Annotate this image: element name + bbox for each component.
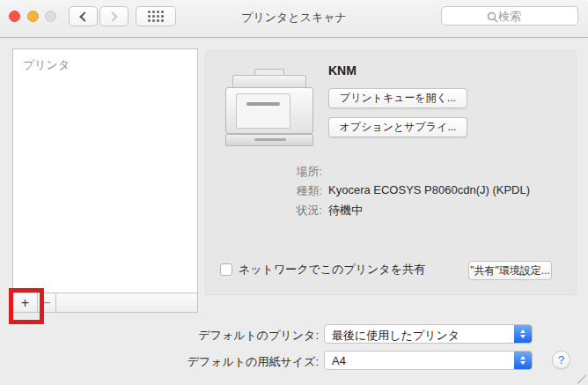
default-paper-size-label: デフォルトの用紙サイズ:	[187, 354, 319, 370]
options-supplies-button[interactable]: オプションとサプライ...	[328, 117, 467, 137]
resize-grip[interactable]	[577, 374, 586, 383]
open-print-queue-button[interactable]: プリントキューを開く...	[328, 88, 467, 108]
printer-detail-panel: KNM プリントキューを開く... オプションとサプライ... 場所: 種類: …	[205, 50, 577, 295]
show-all-button[interactable]	[136, 6, 176, 26]
toolbar: プリンタとスキャナ	[0, 0, 588, 38]
printer-name: KNM	[328, 63, 356, 78]
printer-image	[224, 67, 315, 148]
minimize-button[interactable]	[27, 11, 39, 22]
help-button[interactable]: ?	[552, 351, 570, 369]
default-paper-size-popup[interactable]: A4	[324, 351, 533, 370]
default-paper-size-value: A4	[332, 354, 346, 367]
close-button[interactable]	[9, 11, 20, 22]
search-field[interactable]	[441, 6, 578, 26]
share-printer-checkbox[interactable]	[220, 263, 232, 276]
grid-dots-icon	[148, 11, 164, 22]
search-icon	[487, 11, 498, 23]
default-printer-popup[interactable]: 最後に使用したプリンタ	[324, 324, 533, 344]
popup-stepper-icon	[514, 325, 532, 343]
zoom-button-disabled	[45, 11, 56, 22]
remove-printer-button[interactable]: −	[38, 293, 56, 312]
kind-value: Kyocera ECOSYS P8060cdn(J) (KPDL)	[328, 183, 530, 196]
share-printer-label: ネットワークでこのプリンタを共有	[239, 262, 425, 278]
search-input[interactable]	[442, 7, 577, 25]
status-label: 状況:	[206, 203, 322, 218]
default-printer-value: 最後に使用したプリンタ	[332, 328, 459, 344]
status-value: 待機中	[328, 203, 363, 218]
printer-list-header: プリンタ	[13, 49, 197, 73]
location-label: 場所:	[206, 164, 322, 180]
popup-stepper-icon	[514, 352, 532, 369]
chevron-left-icon	[79, 11, 89, 21]
printer-list[interactable]: プリンタ	[12, 48, 198, 292]
kind-label: 種類:	[206, 183, 322, 199]
info-row-kind: 種類: Kyocera ECOSYS P8060cdn(J) (KPDL)	[206, 183, 576, 201]
sharing-preferences-button[interactable]: "共有"環境設定...	[468, 261, 552, 280]
info-row-location: 場所:	[206, 164, 576, 181]
default-printer-label: デフォルトのプリンタ:	[198, 328, 319, 344]
chevron-right-icon	[107, 11, 117, 21]
add-printer-button[interactable]: +	[13, 293, 38, 312]
printer-list-footer: + −	[12, 292, 198, 313]
back-button[interactable]	[69, 6, 98, 26]
forward-button	[99, 6, 129, 26]
info-row-status: 状況: 待機中	[206, 203, 576, 220]
printers-scanners-window: プリンタとスキャナ プリンタ + − KNM プリントキューを開く... オプシ	[0, 0, 588, 385]
